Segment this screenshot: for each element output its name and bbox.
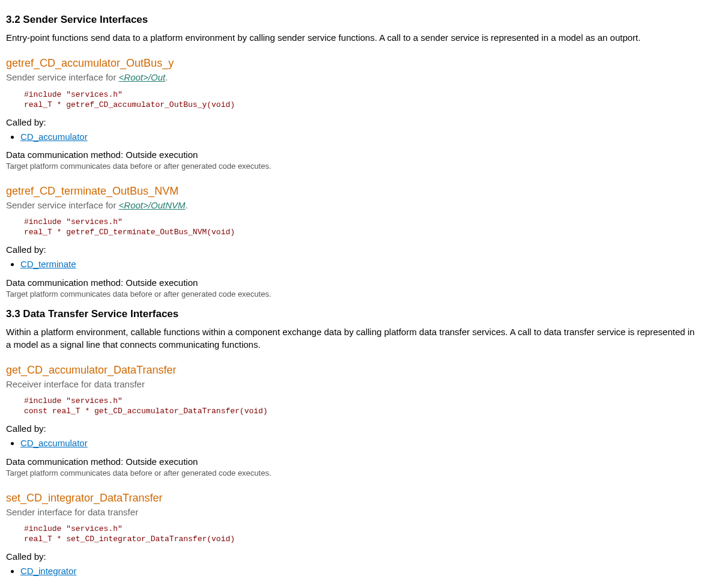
fn2-dcm-sub: Target platform communicates data before… <box>6 289 695 300</box>
fn1-caller-link[interactable]: CD_accumulator <box>20 132 88 142</box>
fn2-called-by-label: Called by: <box>6 244 695 256</box>
fn2-desc: Sender service interface for <Root>/OutN… <box>6 199 695 211</box>
fn1-title: getref_CD_accumulator_OutBus_y <box>6 56 695 70</box>
fn4-title: set_CD_integrator_DataTransfer <box>6 491 695 505</box>
fn1-dcm-sub: Target platform communicates data before… <box>6 161 695 172</box>
fn2-title: getref_CD_terminate_OutBus_NVM <box>6 184 695 198</box>
fn4-desc: Sender interface for data transfer <box>6 506 695 518</box>
fn2-code: #include "services.h" real_T * getref_CD… <box>24 217 695 238</box>
fn1-called-by-label: Called by: <box>6 117 695 129</box>
fn3-caller-link[interactable]: CD_accumulator <box>20 438 88 448</box>
fn4-called-by-label: Called by: <box>6 551 695 563</box>
list-item: CD_terminate <box>20 258 695 270</box>
fn3-dcm-sub: Target platform communicates data before… <box>6 468 695 479</box>
fn2-desc-prefix: Sender service interface for <box>6 200 119 210</box>
list-item: CD_integrator <box>20 565 695 577</box>
fn2-caller-list: CD_terminate <box>20 258 695 270</box>
section-3-3-intro: Within a platform environment, callable … <box>6 326 695 351</box>
list-item: CD_accumulator <box>20 437 695 449</box>
fn3-title: get_CD_accumulator_DataTransfer <box>6 363 695 377</box>
fn1-desc: Sender service interface for <Root>/Out. <box>6 71 695 83</box>
fn1-desc-prefix: Sender service interface for <box>6 72 119 82</box>
fn1-desc-suffix: . <box>165 72 168 82</box>
fn3-called-by-label: Called by: <box>6 423 695 435</box>
fn2-dcm: Data communication method: Outside execu… <box>6 277 695 289</box>
fn2-desc-suffix: . <box>185 200 187 210</box>
section-3-2-heading: 3.2 Sender Service Interfaces <box>6 13 695 27</box>
fn1-code: #include "services.h" real_T * getref_CD… <box>24 90 695 111</box>
fn1-dcm: Data communication method: Outside execu… <box>6 149 695 161</box>
fn2-caller-link[interactable]: CD_terminate <box>20 259 76 269</box>
fn3-caller-list: CD_accumulator <box>20 437 695 449</box>
fn4-caller-link[interactable]: CD_integrator <box>20 566 76 576</box>
fn4-caller-list: CD_integrator <box>20 565 695 577</box>
fn3-code: #include "services.h" const real_T * get… <box>24 396 695 417</box>
fn4-code: #include "services.h" real_T * set_CD_in… <box>24 524 695 545</box>
fn3-dcm: Data communication method: Outside execu… <box>6 456 695 468</box>
list-item: CD_accumulator <box>20 131 695 143</box>
fn3-desc: Receiver interface for data transfer <box>6 378 695 390</box>
section-3-3-heading: 3.3 Data Transfer Service Interfaces <box>6 308 695 321</box>
fn1-model-link[interactable]: <Root>/Out <box>119 72 166 82</box>
section-3-2-intro: Entry-point functions send data to a pla… <box>6 32 695 44</box>
fn2-model-link[interactable]: <Root>/OutNVM <box>119 200 186 210</box>
fn1-caller-list: CD_accumulator <box>20 131 695 143</box>
